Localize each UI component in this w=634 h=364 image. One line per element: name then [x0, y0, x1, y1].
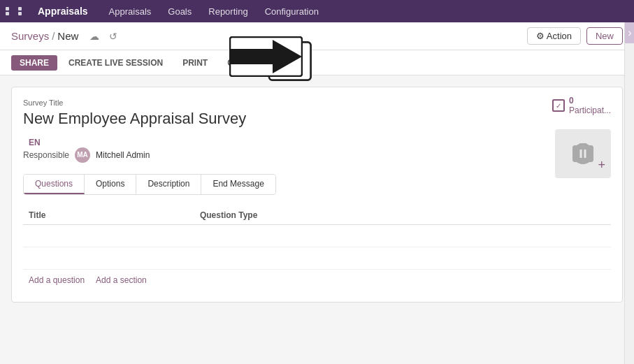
top-nav: Appraisals Appraisals Goals Reporting Co… — [0, 0, 634, 22]
close-button[interactable]: CLOSE — [219, 55, 264, 71]
action-button[interactable]: ⚙ Action — [527, 27, 581, 45]
nav-goals[interactable]: Goals — [161, 3, 199, 20]
right-panel-expand-icon[interactable]: › — [625, 22, 634, 43]
create-live-session-button[interactable]: CREATE LIVE SESSION — [60, 55, 171, 71]
new-button[interactable]: New — [586, 27, 623, 45]
responsible-label: Responsible — [23, 150, 69, 160]
tab-options[interactable]: Options — [85, 175, 136, 194]
print-button[interactable]: PRINT — [174, 55, 216, 71]
right-side-panel: › — [624, 22, 634, 364]
participants-count: 0 — [569, 96, 611, 105]
add-links: Add a question Add a section — [23, 270, 611, 291]
add-question-link[interactable]: Add a question — [29, 275, 85, 285]
responsible-row: Responsible MA Mitchell Admin — [23, 147, 611, 163]
col-question-type: Question Type — [194, 206, 611, 225]
tab-questions[interactable]: Questions — [24, 175, 85, 194]
col-title: Title — [23, 206, 194, 225]
tab-end-message[interactable]: End Message — [201, 175, 275, 194]
cloud-save-icon[interactable]: ☁ — [87, 29, 102, 43]
breadcrumb-separator: / — [52, 30, 55, 42]
empty-row-1 — [23, 224, 611, 247]
survey-tabs: Questions Options Description End Messag… — [23, 174, 276, 195]
survey-title-label: Survey Title — [23, 99, 611, 107]
add-section-link[interactable]: Add a section — [96, 275, 147, 285]
action-bar-right: ⚙ Action New — [527, 27, 623, 45]
breadcrumb-parent[interactable]: Surveys — [11, 30, 49, 42]
breadcrumb-current: New — [57, 30, 78, 42]
survey-title: New Employee Appraisal Survey — [23, 110, 611, 128]
questions-table: Title Question Type — [23, 206, 611, 270]
survey-card: 0 Participat... + Survey Title New Emplo… — [11, 87, 623, 303]
toolbar: SHARE CREATE LIVE SESSION PRINT CLOSE — [0, 50, 634, 75]
tab-description[interactable]: Description — [136, 175, 201, 194]
share-button[interactable]: SHARE — [11, 55, 57, 71]
nav-configuration[interactable]: Configuration — [258, 3, 326, 20]
undo-icon[interactable]: ↺ — [106, 29, 120, 43]
breadcrumb: Surveys / New ☁ ↺ — [11, 29, 120, 43]
language-badge[interactable]: EN — [29, 138, 41, 147]
questions-tbody — [23, 224, 611, 269]
responsible-name[interactable]: Mitchell Admin — [96, 150, 150, 160]
avatar: MA — [75, 147, 90, 163]
empty-row-2 — [23, 247, 611, 269]
nav-reporting[interactable]: Reporting — [201, 3, 254, 20]
app-grid-icon[interactable] — [6, 7, 29, 15]
main-content: 0 Participat... + Survey Title New Emplo… — [0, 75, 634, 364]
action-bar: Surveys / New ☁ ↺ ⚙ Action New — [0, 22, 634, 50]
nav-appraisals[interactable]: Appraisals — [102, 3, 159, 20]
brand-label[interactable]: Appraisals — [38, 6, 88, 17]
